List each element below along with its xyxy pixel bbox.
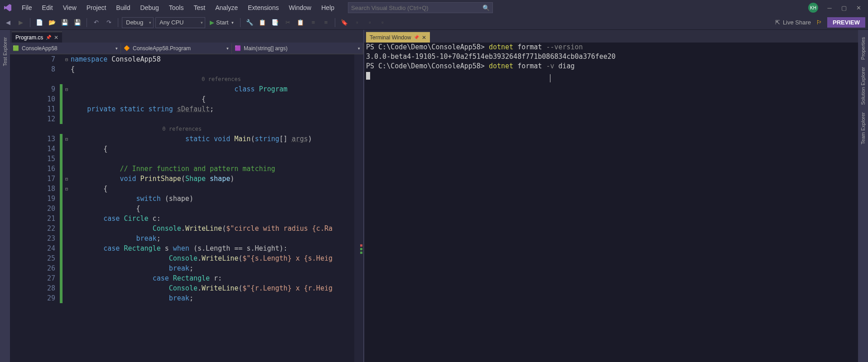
play-icon: ▶ [210,19,214,26]
tool-icon[interactable]: ▫ [377,17,388,28]
platform-combo[interactable]: Any CPU [155,17,205,28]
undo-icon[interactable]: ↶ [91,17,101,28]
terminal-pane: Terminal Window 📌 ✕ PS C:\Code\Demo\Cons… [364,30,858,362]
tool-icon[interactable]: 🔧 [244,17,255,28]
editor-area: Program.cs 📌 ✕ 🟩ConsoleApp58 🔶ConsoleApp… [10,30,858,362]
search-box[interactable]: 🔍 [348,2,493,13]
search-input[interactable] [351,5,482,11]
nav-label: ConsoleApp58.Program [133,45,191,52]
left-rail: Test Explorer [0,30,10,362]
menu-view[interactable]: View [58,2,81,13]
tab-label: Terminal Window [370,34,411,41]
close-icon[interactable]: ✕ [422,34,426,41]
share-icon: ⇱ [775,19,780,26]
tab-terminal[interactable]: Terminal Window 📌 ✕ [366,32,430,43]
tab-label: Program.cs [15,34,43,41]
close-button[interactable]: ✕ [855,5,862,11]
tab-strip: Terminal Window 📌 ✕ [364,30,858,43]
minimize-button[interactable]: ─ [826,5,833,11]
code-editor[interactable]: 7891011121314151617181920212223242526272… [10,54,363,362]
pin-icon[interactable]: 📌 [414,35,419,40]
member-combo[interactable]: 🟪Main(string[] args) [232,43,363,53]
save-all-icon[interactable]: 💾 [72,17,83,28]
main-menu: FileEditViewProjectBuildDebugToolsTestAn… [17,2,339,13]
menu-help[interactable]: Help [317,2,339,13]
tool-icon[interactable]: ≡ [308,17,318,28]
minimap[interactable] [354,54,363,362]
tool-icon[interactable]: ▫ [364,17,375,28]
config-combo[interactable]: Debug [122,17,154,28]
tab-program-cs[interactable]: Program.cs 📌 ✕ [12,32,62,43]
csharp-icon: 🟩 [13,45,19,51]
rail-team-explorer[interactable]: Team Explorer [860,109,866,148]
titlebar-right: KH ─ ▢ ✕ [808,3,865,13]
terminal[interactable]: PS C:\Code\Demo\ConsoleApp58> dotnet for… [364,43,858,362]
search-icon: 🔍 [482,5,490,11]
start-label: Start [216,19,228,26]
menu-analyze[interactable]: Analyze [211,2,242,13]
tool-icon[interactable]: ▫ [352,17,362,28]
separator [335,18,335,27]
toolbar: ◀ ▶ 📄 📂 💾 💾 ↶ ↷ Debug Any CPU ▶Start▾ 🔧 … [0,15,868,30]
back-icon[interactable]: ◀ [3,17,14,28]
text-caret [550,74,550,82]
tab-strip: Program.cs 📌 ✕ [10,30,363,43]
bookmark-icon[interactable]: 🔖 [339,17,350,28]
class-icon: 🔶 [124,45,130,51]
line-gutter: 7891011121314151617181920212223242526272… [10,54,60,362]
menu-test[interactable]: Test [189,2,210,13]
rail-test-explorer[interactable]: Test Explorer [2,33,8,70]
fold-column[interactable]: ⊟⊟⊟⊟⊟ [63,54,71,362]
minimap-marker [360,248,362,250]
feedback-icon[interactable]: 🏳 [814,17,825,28]
maximize-button[interactable]: ▢ [841,5,847,11]
workspace: Test Explorer Program.cs 📌 ✕ 🟩ConsoleApp… [0,30,868,362]
save-icon[interactable]: 💾 [59,17,70,28]
start-button[interactable]: ▶Start▾ [207,17,236,28]
avatar[interactable]: KH [808,3,818,13]
separator [240,18,241,27]
menu-edit[interactable]: Edit [38,2,58,13]
class-combo[interactable]: 🔶ConsoleApp58.Program [121,43,232,53]
live-share-label: Live Share [783,19,811,26]
new-project-icon[interactable]: 📄 [34,17,45,28]
tool-icon[interactable]: 📋 [257,17,268,28]
rail-properties[interactable]: Properties [860,33,866,63]
rail-solution-explorer[interactable]: Solution Explorer [860,63,866,109]
tool-icon[interactable]: 📋 [295,17,306,28]
separator [87,18,87,27]
close-icon[interactable]: ✕ [54,34,58,41]
vs-logo-icon [3,3,13,13]
menu-build[interactable]: Build [111,2,135,13]
pin-icon[interactable]: 📌 [46,35,51,40]
nav-label: ConsoleApp58 [22,45,58,52]
menu-extensions[interactable]: Extensions [243,2,283,13]
separator [30,18,30,27]
titlebar: FileEditViewProjectBuildDebugToolsTestAn… [0,0,868,15]
open-icon[interactable]: 📂 [47,17,58,28]
code-content[interactable]: namespace ConsoleApp58{ 0 references cla… [71,54,363,362]
minimap-marker [360,244,362,247]
nav-strip: 🟩ConsoleApp58 🔶ConsoleApp58.Program 🟪Mai… [10,43,363,54]
minimap-marker [360,252,362,254]
forward-icon[interactable]: ▶ [15,17,26,28]
menu-file[interactable]: File [17,2,37,13]
menu-debug[interactable]: Debug [136,2,164,13]
preview-button[interactable]: PREVIEW [827,17,865,28]
right-rail: PropertiesSolution ExplorerTeam Explorer [858,30,868,362]
menu-tools[interactable]: Tools [164,2,188,13]
menu-window[interactable]: Window [284,2,316,13]
tool-icon[interactable]: ✂ [282,17,293,28]
method-icon: 🟪 [235,45,241,51]
separator [118,18,118,27]
menu-project[interactable]: Project [82,2,111,13]
project-combo[interactable]: 🟩ConsoleApp58 [10,43,121,53]
tool-icon[interactable]: ≡ [320,17,331,28]
redo-icon[interactable]: ↷ [103,17,114,28]
nav-label: Main(string[] args) [244,45,288,52]
tool-icon[interactable]: 📑 [270,17,280,28]
live-share-button[interactable]: ⇱Live Share [775,19,811,26]
code-pane: Program.cs 📌 ✕ 🟩ConsoleApp58 🔶ConsoleApp… [10,30,364,362]
